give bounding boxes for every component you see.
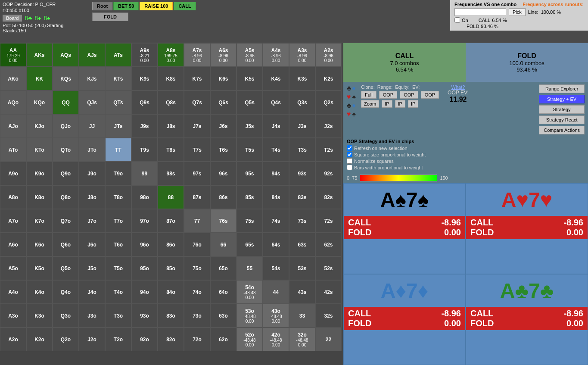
diamond-icon-2[interactable]: ♦: [352, 102, 357, 109]
range-explorer-button[interactable]: Range Explorer: [539, 84, 585, 93]
matrix-cell[interactable]: 52s: [315, 256, 342, 280]
matrix-cell[interactable]: A4s-8.960.00: [263, 43, 289, 67]
fold-button[interactable]: FOLD: [92, 12, 128, 21]
full-button[interactable]: Full: [361, 91, 376, 99]
matrix-cell[interactable]: AQs: [53, 43, 79, 67]
matrix-cell[interactable]: 22: [315, 328, 342, 351]
matrix-cell[interactable]: TT: [105, 138, 131, 162]
matrix-cell[interactable]: 63o: [210, 304, 236, 328]
matrix-cell[interactable]: A3s-8.960.00: [289, 43, 315, 67]
matrix-cell[interactable]: 44: [263, 280, 289, 304]
matrix-cell[interactable]: AJs: [79, 43, 105, 67]
strategy-ev-button[interactable]: Strategy + EV: [539, 95, 585, 103]
matrix-cell[interactable]: KJo: [26, 114, 53, 138]
bet50-button[interactable]: BET 50: [113, 2, 139, 10]
heart-icon-2[interactable]: ♥: [347, 110, 352, 118]
matrix-cell[interactable]: J6o: [79, 233, 105, 256]
matrix-cell[interactable]: 85s: [236, 185, 263, 209]
matrix-cell[interactable]: K7s: [184, 67, 210, 90]
matrix-cell[interactable]: 64o: [210, 280, 236, 304]
matrix-cell[interactable]: 32o-48.480.00: [289, 328, 315, 351]
matrix-cell[interactable]: J4o: [79, 280, 105, 304]
matrix-cell[interactable]: J6s: [210, 114, 236, 138]
matrix-cell[interactable]: J2s: [315, 114, 342, 138]
matrix-cell[interactable]: 75o: [184, 256, 210, 280]
call-button[interactable]: CALL: [174, 2, 196, 10]
compare-actions-button[interactable]: Compare Actions: [539, 126, 585, 134]
matrix-cell[interactable]: Q6o: [53, 233, 79, 256]
matrix-cell[interactable]: K4s: [263, 67, 289, 90]
what-link[interactable]: What?: [451, 84, 465, 90]
matrix-cell[interactable]: A6s-8.960.00: [210, 43, 236, 67]
matrix-cell[interactable]: 54s: [263, 256, 289, 280]
matrix-cell[interactable]: 93o: [131, 304, 158, 328]
matrix-cell[interactable]: 86o: [158, 233, 184, 256]
root-button[interactable]: Root: [92, 2, 112, 10]
matrix-cell[interactable]: QJs: [79, 90, 105, 114]
matrix-cell[interactable]: QQ: [53, 90, 79, 114]
matrix-cell[interactable]: A5s-8.960.00: [236, 43, 263, 67]
oop-button-1[interactable]: OOP: [379, 91, 397, 99]
matrix-cell[interactable]: J5o: [79, 256, 105, 280]
matrix-cell[interactable]: J4s: [263, 114, 289, 138]
matrix-cell[interactable]: 83s: [289, 185, 315, 209]
matrix-cell[interactable]: 75s: [236, 209, 263, 233]
matrix-cell[interactable]: Q2o: [53, 328, 79, 351]
ip-button-1[interactable]: IP: [382, 100, 392, 108]
matrix-cell[interactable]: 82s: [315, 185, 342, 209]
matrix-cell[interactable]: 42o-48.480.00: [263, 328, 289, 351]
matrix-cell[interactable]: 33: [289, 304, 315, 328]
matrix-cell[interactable]: 53o-48.480.00: [236, 304, 263, 328]
matrix-cell[interactable]: 72o: [184, 328, 210, 351]
matrix-cell[interactable]: K3o: [26, 304, 53, 328]
freq-input[interactable]: [454, 8, 506, 16]
matrix-cell[interactable]: KTo: [26, 138, 53, 162]
club-icon-2[interactable]: ♣: [347, 102, 352, 109]
combo-card-4[interactable]: A♣7♣ CALL -8.96 FOLD 0.00: [466, 274, 588, 365]
matrix-cell[interactable]: 65s: [236, 233, 263, 256]
matrix-cell[interactable]: 98s: [158, 162, 184, 185]
matrix-cell[interactable]: Q8s: [158, 90, 184, 114]
matrix-cell[interactable]: 86s: [210, 185, 236, 209]
matrix-cell[interactable]: K6s: [210, 67, 236, 90]
matrix-cell[interactable]: 43o-48.480.00: [263, 304, 289, 328]
matrix-cell[interactable]: 32s: [315, 304, 342, 328]
matrix-cell[interactable]: 65o: [210, 256, 236, 280]
club-icon-1[interactable]: ♣: [347, 84, 352, 92]
matrix-cell[interactable]: J5s: [236, 114, 263, 138]
combo-card-2[interactable]: A♥7♥ CALL -8.96 FOLD 0.00: [466, 183, 588, 274]
matrix-cell[interactable]: 94s: [263, 162, 289, 185]
strategy-react-button[interactable]: Strategy React: [539, 115, 585, 124]
matrix-cell[interactable]: T4o: [105, 280, 131, 304]
matrix-cell[interactable]: 92o: [131, 328, 158, 351]
matrix-cell[interactable]: 52o-48.480.00: [236, 328, 263, 351]
matrix-cell[interactable]: Q6s: [210, 90, 236, 114]
matrix-cell[interactable]: 62s: [315, 233, 342, 256]
ip-button-3[interactable]: IP: [408, 100, 418, 108]
matrix-cell[interactable]: 88: [158, 185, 184, 209]
matrix-cell[interactable]: 94o: [131, 280, 158, 304]
matrix-cell[interactable]: 84s: [263, 185, 289, 209]
matrix-cell[interactable]: 43s: [289, 280, 315, 304]
raise100-button[interactable]: RAISE 100: [140, 2, 173, 10]
oop-button-2[interactable]: OOP: [400, 91, 418, 99]
matrix-cell[interactable]: J3s: [289, 114, 315, 138]
matrix-cell[interactable]: AA179.290.00: [0, 43, 26, 67]
on-checkbox[interactable]: [454, 17, 460, 23]
matrix-cell[interactable]: A2o: [0, 328, 26, 351]
spade-icon-2[interactable]: ♠: [352, 110, 357, 118]
matrix-cell[interactable]: T8o: [105, 185, 131, 209]
matrix-cell[interactable]: A8o: [0, 185, 26, 209]
matrix-cell[interactable]: 53s: [289, 256, 315, 280]
matrix-cell[interactable]: T6o: [105, 233, 131, 256]
matrix-cell[interactable]: T6s: [210, 138, 236, 162]
matrix-cell[interactable]: 98o: [131, 185, 158, 209]
spade-icon-1[interactable]: ♠: [352, 93, 357, 101]
matrix-cell[interactable]: T2s: [315, 138, 342, 162]
matrix-cell[interactable]: T4s: [263, 138, 289, 162]
matrix-cell[interactable]: Q9o: [53, 162, 79, 185]
matrix-cell[interactable]: J7s: [184, 114, 210, 138]
zoom-button[interactable]: Zoom: [361, 100, 379, 108]
matrix-cell[interactable]: J8s: [158, 114, 184, 138]
bars-width-checkbox[interactable]: [347, 165, 352, 170]
